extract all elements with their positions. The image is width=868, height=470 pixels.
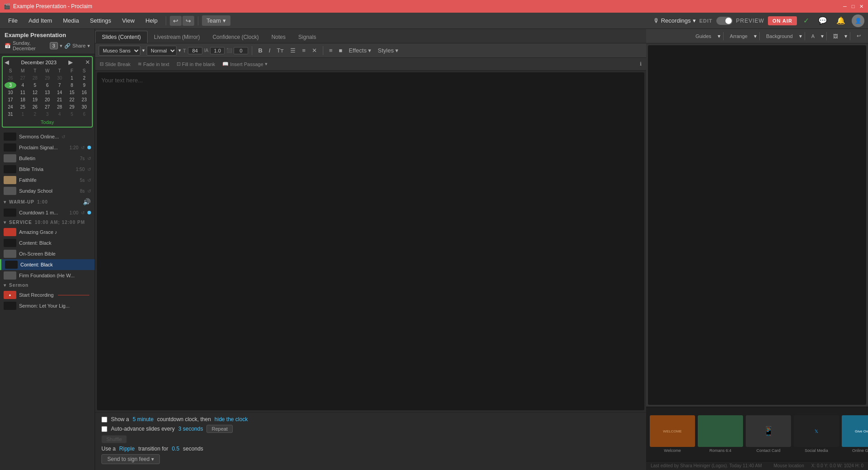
hide-clock-link[interactable]: hide the clock (215, 416, 248, 423)
titlebar-controls[interactable]: ─ □ ✕ (842, 3, 864, 9)
cal-day[interactable]: 14 (54, 89, 66, 96)
cal-day[interactable]: 5 (29, 82, 41, 89)
countdown-checkbox[interactable] (101, 417, 107, 423)
cal-day[interactable]: 15 (66, 89, 78, 96)
cal-day[interactable]: 12 (29, 89, 41, 96)
styles-button[interactable]: Styles ▾ (375, 46, 401, 55)
style-select[interactable]: Normal (147, 46, 177, 56)
edit-button[interactable]: EDIT (700, 18, 713, 24)
undo-button[interactable]: ↩ (170, 16, 182, 26)
clear-format-button[interactable]: ✕ (310, 46, 319, 55)
edit-toggle[interactable] (716, 17, 733, 25)
thumb-welcome[interactable]: WELCOME Welcome (650, 415, 695, 453)
text-box-button[interactable]: A (808, 33, 818, 40)
background-button[interactable]: Background (762, 33, 796, 40)
ia-input[interactable] (210, 47, 225, 54)
tab-livestream[interactable]: Livestream (Mirror) (148, 31, 206, 43)
list-item-start-recording[interactable]: ● Start Recording (0, 290, 95, 300)
list-item[interactable]: On-Screen Bible (0, 248, 95, 259)
advance-checkbox[interactable] (101, 426, 107, 432)
thumb-contact[interactable]: 📱 Contact Card (746, 415, 791, 453)
cal-day[interactable]: 25 (17, 104, 29, 110)
cal-day[interactable]: 10 (5, 89, 16, 96)
cal-day[interactable]: 6 (41, 82, 53, 89)
transition-secs-link[interactable]: 0.5 (172, 446, 179, 452)
check-icon[interactable]: ✓ (801, 15, 812, 26)
font-size-input[interactable] (188, 47, 202, 54)
bell-icon[interactable]: 🔔 (834, 15, 848, 26)
thumb-social[interactable]: 𝕏 Social Media (794, 415, 839, 453)
cal-day[interactable]: 1 (66, 75, 78, 81)
list-button[interactable]: ≡ (300, 46, 308, 55)
cal-day[interactable]: 23 (78, 96, 90, 103)
cal-day[interactable]: 19 (29, 96, 41, 103)
cal-day[interactable]: 16 (78, 89, 90, 96)
cal-day[interactable]: 21 (54, 96, 66, 103)
menu-media[interactable]: Media (58, 15, 83, 26)
spacing-input[interactable] (234, 47, 248, 54)
cal-prev-button[interactable]: ◀ (5, 59, 9, 66)
menu-view[interactable]: View (117, 15, 139, 26)
cal-day[interactable]: 28 (29, 75, 41, 81)
share-chevron[interactable]: ▾ (87, 43, 90, 49)
cal-today-button[interactable]: Today (5, 119, 90, 125)
cal-day[interactable]: 8 (66, 82, 78, 89)
cal-day[interactable]: 26 (5, 75, 16, 81)
cal-day[interactable]: 13 (41, 89, 53, 96)
cal-day[interactable]: 26 (29, 104, 41, 110)
share-button[interactable]: Share (72, 43, 86, 48)
align-button[interactable]: ≡ (327, 46, 335, 55)
cal-next-button[interactable]: ▶ (68, 59, 73, 66)
cal-day[interactable]: 5 (66, 111, 78, 118)
cal-day[interactable]: 29 (41, 75, 53, 81)
cal-day[interactable]: 11 (17, 89, 29, 96)
arrange-button[interactable]: Arrange (726, 33, 751, 40)
list-item-amazing-grace[interactable]: Amazing Grace ♪ (0, 227, 95, 237)
bullet-button[interactable]: ☰ (288, 46, 298, 55)
italic-button[interactable]: I (267, 46, 273, 55)
cal-day[interactable]: 4 (17, 82, 29, 89)
cal-day[interactable]: 2 (78, 75, 90, 81)
chat-icon[interactable]: 💬 (815, 15, 830, 26)
menu-file[interactable]: File (4, 15, 22, 26)
menu-help[interactable]: Help (141, 15, 162, 26)
avatar[interactable]: 👤 (852, 14, 864, 27)
cal-day[interactable]: 30 (78, 104, 90, 110)
redo-button[interactable]: ↪ (182, 16, 194, 26)
onair-button[interactable]: ON AIR (768, 16, 797, 25)
cal-day[interactable]: 28 (54, 104, 66, 110)
section-service[interactable]: ▾ SERVICE 10:00 AM; 12:00 PM (0, 218, 95, 227)
send-sign-button[interactable]: Send to sign feed ▾ (101, 454, 160, 464)
cal-day[interactable]: 20 (41, 96, 53, 103)
list-item[interactable]: Bible Trivia 1:50 ↺ (0, 164, 95, 175)
maximize-button[interactable]: □ (850, 3, 856, 9)
list-item[interactable]: Countdown 1 m... 1:00 ↺ (0, 207, 95, 218)
cal-day[interactable]: 24 (5, 104, 16, 110)
date-dropdown[interactable]: ▾ (60, 43, 62, 49)
thumb-giving[interactable]: Give Online Online Giving (842, 415, 868, 453)
tab-signals[interactable]: Signals (292, 31, 322, 43)
font-select[interactable]: Museo Sans (99, 46, 140, 56)
section-warmup[interactable]: ▾ WARM-UP 1:00 🔊 (0, 196, 95, 207)
tab-notes[interactable]: Notes (265, 31, 292, 43)
tab-slides-content[interactable]: Slides (Content) (95, 31, 148, 43)
cal-day[interactable]: 6 (78, 111, 90, 118)
image-button[interactable]: 🖼 (830, 33, 842, 40)
guides-button[interactable]: Guides (692, 33, 715, 40)
cal-day[interactable]: 3 (41, 111, 53, 118)
cal-day[interactable]: 27 (41, 104, 53, 110)
minimize-button[interactable]: ─ (842, 3, 848, 9)
list-item-content-black-selected[interactable]: Content: Black (0, 259, 95, 270)
repeat-button[interactable]: Repeat (206, 425, 232, 433)
cal-day[interactable]: 22 (66, 96, 78, 103)
list-item[interactable]: Sunday School 8s ↺ (0, 185, 95, 196)
transition-link[interactable]: Ripple (119, 446, 134, 452)
cal-day[interactable]: 7 (54, 82, 66, 89)
cal-day[interactable]: 29 (66, 104, 78, 110)
preview-button[interactable]: PREVIEW (736, 18, 764, 24)
close-button[interactable]: ✕ (858, 3, 864, 9)
cal-day[interactable]: 18 (17, 96, 29, 103)
cal-close-button[interactable]: ✕ (85, 59, 90, 66)
list-item[interactable]: Sermons Online... ↺ (0, 131, 95, 142)
shuffle-button[interactable]: Shuffle (101, 435, 127, 443)
